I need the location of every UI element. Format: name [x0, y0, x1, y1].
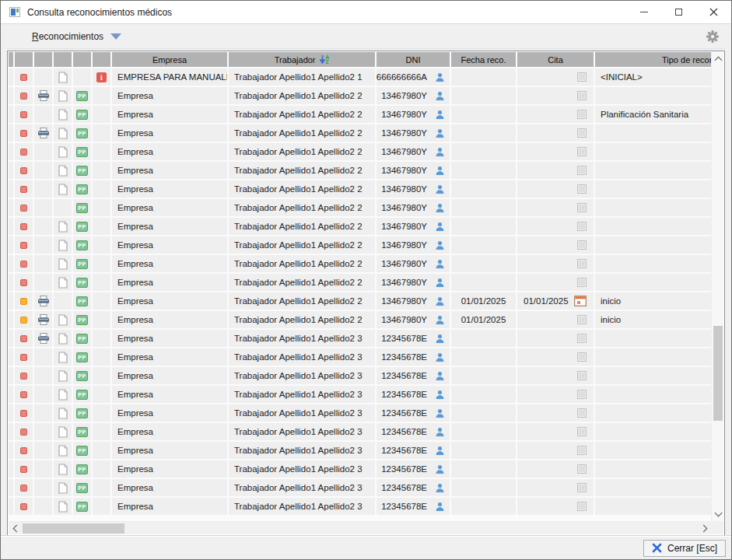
pp-badge-icon[interactable]: PP: [76, 128, 88, 138]
pp-badge-icon[interactable]: PP: [76, 446, 88, 456]
fecha-reco-cell[interactable]: [451, 106, 516, 123]
fecha-reco-cell[interactable]: [451, 68, 516, 86]
tipo-reco-cell[interactable]: [595, 386, 711, 403]
document-icon[interactable]: [58, 464, 68, 475]
pp-badge-icon[interactable]: PP: [76, 147, 88, 157]
trabajador-cell[interactable]: Trabajador Apellido1 Apellido2 3: [229, 479, 375, 496]
header-pp-col[interactable]: [73, 52, 91, 67]
person-icon[interactable]: [435, 352, 445, 362]
tipo-reco-cell[interactable]: [595, 87, 711, 104]
document-icon[interactable]: [58, 352, 68, 363]
cita-cell[interactable]: [517, 330, 594, 347]
trabajador-cell[interactable]: Trabajador Apellido1 Apellido2 3: [229, 348, 375, 366]
cita-checkbox-icon[interactable]: [577, 352, 587, 362]
person-icon[interactable]: [435, 427, 445, 437]
table-row[interactable]: PP i Empresa Trabajador Apellido1 Apelli…: [9, 442, 711, 459]
person-icon[interactable]: [435, 259, 445, 269]
row-selector[interactable]: [9, 479, 13, 496]
trabajador-cell[interactable]: Trabajador Apellido1 Apellido2 3: [229, 442, 375, 459]
table-row[interactable]: PP i Empresa Trabajador Apellido1 Apelli…: [9, 498, 711, 515]
cita-checkbox-icon[interactable]: [577, 166, 587, 175]
horizontal-scroll-thumb[interactable]: [23, 523, 124, 534]
person-icon[interactable]: [435, 371, 445, 381]
header-info-col[interactable]: [93, 52, 110, 67]
cita-cell[interactable]: [517, 236, 594, 254]
empresa-cell[interactable]: Empresa: [112, 87, 227, 104]
header-status-col[interactable]: [15, 52, 33, 67]
cita-cell[interactable]: [517, 479, 594, 496]
header-fecha[interactable]: Fecha reco.: [451, 52, 516, 67]
cita-cell[interactable]: [517, 498, 594, 515]
empresa-cell[interactable]: Empresa: [112, 479, 227, 496]
tipo-reco-cell[interactable]: inicio: [595, 292, 711, 310]
scroll-down-button[interactable]: [712, 507, 724, 521]
tipo-reco-cell[interactable]: [595, 460, 711, 478]
table-row[interactable]: PP i Empresa Trabajador Apellido1 Apelli…: [9, 255, 711, 272]
row-selector[interactable]: [9, 423, 13, 440]
pp-badge-icon[interactable]: PP: [76, 334, 88, 344]
pp-badge-icon[interactable]: PP: [76, 371, 88, 381]
trabajador-cell[interactable]: Trabajador Apellido1 Apellido2 3: [229, 367, 375, 384]
empresa-cell[interactable]: Empresa: [112, 367, 227, 384]
cita-cell[interactable]: [517, 460, 594, 478]
cita-cell[interactable]: [517, 199, 594, 216]
empresa-cell[interactable]: Empresa: [112, 330, 227, 347]
header-tipo[interactable]: Tipo de reconocimiento: [595, 52, 711, 67]
fecha-reco-cell[interactable]: [451, 180, 516, 198]
fecha-reco-cell[interactable]: [451, 404, 516, 422]
empresa-cell[interactable]: Empresa: [112, 124, 227, 142]
tipo-reco-cell[interactable]: [595, 180, 711, 198]
trabajador-cell[interactable]: Trabajador Apellido1 Apellido2 2: [229, 106, 375, 123]
cita-cell[interactable]: [517, 162, 594, 179]
pp-badge-icon[interactable]: PP: [76, 483, 88, 493]
empresa-cell[interactable]: Empresa: [112, 274, 227, 291]
empresa-cell[interactable]: Empresa: [112, 404, 227, 422]
row-selector[interactable]: [9, 404, 13, 422]
person-icon[interactable]: [435, 128, 445, 138]
fecha-reco-cell[interactable]: [451, 162, 516, 179]
table-row[interactable]: PP i Empresa Trabajador Apellido1 Apelli…: [9, 330, 711, 347]
header-dni[interactable]: DNI: [377, 52, 450, 67]
document-icon[interactable]: [58, 90, 68, 102]
empresa-cell[interactable]: Empresa: [112, 180, 227, 198]
header-print-col[interactable]: [34, 52, 52, 67]
vertical-scrollbar[interactable]: [711, 52, 723, 521]
document-icon[interactable]: [58, 333, 68, 345]
cita-cell[interactable]: 01/01/2025: [517, 292, 594, 310]
pp-badge-icon[interactable]: PP: [76, 296, 88, 306]
tipo-reco-cell[interactable]: [595, 143, 711, 160]
row-selector[interactable]: [9, 348, 13, 366]
cita-checkbox-icon[interactable]: [577, 446, 587, 455]
printer-icon[interactable]: [37, 128, 50, 138]
trabajador-cell[interactable]: Trabajador Apellido1 Apellido2 1: [229, 68, 375, 86]
empresa-cell[interactable]: Empresa: [112, 162, 227, 179]
cita-checkbox-icon[interactable]: [577, 222, 587, 231]
person-icon[interactable]: [435, 72, 445, 82]
pp-badge-icon[interactable]: PP: [76, 427, 88, 437]
trabajador-cell[interactable]: Trabajador Apellido1 Apellido2 3: [229, 423, 375, 440]
tipo-reco-cell[interactable]: Planificación Sanitaria: [595, 106, 711, 123]
fecha-reco-cell[interactable]: [451, 479, 516, 496]
row-selector[interactable]: [9, 311, 13, 328]
table-row[interactable]: PP i EMPRESA PARA MANUALES Trabajador Ap…: [9, 68, 711, 86]
person-icon[interactable]: [435, 203, 445, 213]
header-doc-col[interactable]: [54, 52, 72, 67]
document-icon[interactable]: [58, 109, 68, 121]
table-row[interactable]: PP i Empresa Trabajador Apellido1 Apelli…: [9, 199, 711, 216]
cita-checkbox-icon[interactable]: [577, 371, 587, 380]
header-cita[interactable]: Cita: [517, 52, 594, 67]
person-icon[interactable]: [435, 464, 445, 474]
person-icon[interactable]: [435, 147, 445, 157]
row-selector[interactable]: [9, 199, 13, 216]
cita-cell[interactable]: [517, 143, 594, 160]
fecha-reco-cell[interactable]: [451, 460, 516, 478]
dni-cell[interactable]: 12345678E: [377, 479, 450, 496]
cita-cell[interactable]: [517, 311, 594, 328]
cita-checkbox-icon[interactable]: [577, 110, 587, 119]
table-row[interactable]: PP i Empresa Trabajador Apellido1 Apelli…: [9, 367, 711, 384]
person-icon[interactable]: [435, 483, 445, 493]
trabajador-cell[interactable]: Trabajador Apellido1 Apellido2 2: [229, 180, 375, 198]
reconocimientos-menu[interactable]: Reconocimientos: [32, 31, 121, 42]
table-row[interactable]: PP i Empresa Trabajador Apellido1 Apelli…: [9, 404, 711, 422]
fecha-reco-cell[interactable]: [451, 218, 516, 235]
